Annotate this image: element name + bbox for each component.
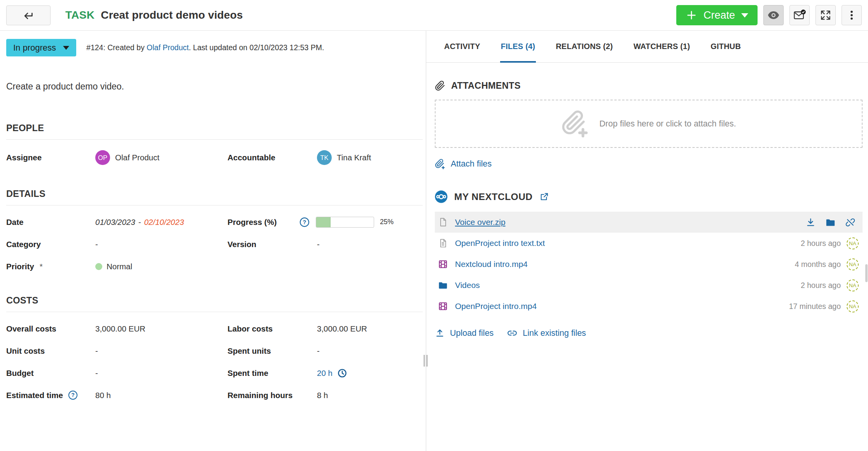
remaining-hours-value[interactable]: 8 h: [317, 391, 423, 400]
status-dropdown[interactable]: In progress: [6, 39, 76, 56]
assignee-label: Assignee: [6, 153, 95, 162]
version-value[interactable]: -: [317, 240, 423, 249]
author-link[interactable]: Olaf Product: [147, 43, 189, 52]
chevron-down-icon: [63, 46, 69, 50]
work-package-details-pane: In progress #124: Created by Olaf Produc…: [0, 31, 426, 451]
paperclip-icon: [435, 81, 445, 91]
files-tab-content: ATTACHMENTS Drop files here or click to …: [426, 81, 868, 339]
dropzone-text: Drop files here or click to attach files…: [599, 119, 736, 129]
remaining-hours-label: Remaining hours: [228, 391, 317, 400]
external-link-icon[interactable]: [539, 192, 549, 202]
assignee-name: Olaf Product: [115, 153, 159, 162]
progress-percent: 25%: [380, 218, 394, 226]
people-grid: Assignee OP Olaf Product Accountable TK …: [6, 145, 423, 170]
avatar[interactable]: OP: [95, 150, 110, 165]
priority-dot-icon: [95, 263, 102, 270]
file-list: Voice over.zip: [435, 212, 863, 317]
unlink-icon[interactable]: [845, 217, 856, 228]
clock-icon: [337, 368, 347, 378]
chevron-down-icon: [741, 13, 748, 18]
file-name-link[interactable]: Nextcloud intro.mp4: [455, 260, 528, 269]
storage-actions: Upload files Link existing files: [435, 328, 863, 339]
budget-value[interactable]: -: [95, 369, 228, 378]
upload-files-link[interactable]: Upload files: [435, 328, 494, 338]
priority-value[interactable]: Normal: [95, 262, 228, 271]
help-icon[interactable]: ?: [299, 217, 310, 228]
costs-row: Unit costs - Spent units -: [6, 340, 423, 362]
estimated-time-value[interactable]: 80 h: [95, 391, 228, 400]
date-value[interactable]: 01/03/2023 - 02/10/2023: [95, 218, 228, 227]
avatar[interactable]: TK: [317, 150, 332, 165]
link-existing-files-link[interactable]: Link existing files: [507, 328, 586, 339]
attach-files-link[interactable]: Attach files: [435, 159, 492, 169]
costs-row: Overall costs 3,000.00 EUR Labor costs 3…: [6, 318, 423, 340]
paperclip-plus-icon: [435, 159, 445, 169]
nextcloud-logo-icon: [435, 190, 448, 203]
file-name-link[interactable]: OpenProject intro text.txt: [455, 239, 545, 248]
tab-github[interactable]: GITHUB: [710, 31, 742, 62]
date-separator: -: [138, 218, 141, 227]
details-grid: Date 01/03/2023 - 02/10/2023 Progress (%…: [6, 211, 423, 277]
notification-settings-button[interactable]: [789, 5, 810, 25]
meta-suffix: . Last updated on 02/10/2023 12:53 PM.: [189, 43, 324, 52]
eye-icon: [767, 9, 780, 22]
file-name-link[interactable]: Videos: [455, 281, 480, 290]
more-menu-button[interactable]: [842, 5, 862, 25]
attachments-header: ATTACHMENTS: [435, 81, 863, 91]
scrollbar-thumb[interactable]: [865, 264, 868, 282]
progress-bar[interactable]: [316, 217, 374, 228]
svg-text:?: ?: [71, 392, 75, 398]
watch-button[interactable]: [763, 5, 784, 25]
meta-prefix: #124: Created by: [86, 43, 147, 52]
file-name-link[interactable]: Voice over.zip: [455, 218, 506, 227]
file-row-actions: [805, 217, 859, 228]
create-button[interactable]: Create: [676, 5, 758, 25]
accountable-value[interactable]: TK Tina Kraft: [317, 150, 423, 165]
tab-activity[interactable]: ACTIVITY: [443, 31, 481, 62]
download-icon[interactable]: [805, 217, 816, 228]
file-name-link[interactable]: OpenProject intro.mp4: [455, 302, 537, 311]
assignee-value[interactable]: OP Olaf Product: [95, 150, 228, 165]
link-icon: [507, 328, 518, 339]
details-row: Priority* Normal: [6, 255, 423, 277]
fullscreen-button[interactable]: [816, 5, 836, 25]
availability-badge: NA: [847, 237, 859, 249]
spent-units-value: -: [317, 346, 423, 356]
estimated-time-label: Estimated time ?: [6, 390, 95, 400]
status-row: In progress #124: Created by Olaf Produc…: [6, 39, 423, 56]
expand-icon: [819, 9, 832, 21]
attach-files-label: Attach files: [451, 159, 492, 169]
file-time: 17 minutes ago: [789, 302, 841, 311]
tab-watchers[interactable]: WATCHERS (1): [633, 31, 691, 62]
progress-bar-fill: [316, 217, 331, 227]
version-label: Version: [228, 240, 317, 249]
labor-costs-label: Labor costs: [228, 324, 317, 333]
file-time: 4 months ago: [795, 260, 841, 269]
tab-files[interactable]: FILES (4): [500, 31, 536, 62]
file-row: Videos 2 hours ago NA: [435, 275, 863, 296]
help-icon[interactable]: ?: [68, 390, 78, 400]
file-dropzone[interactable]: Drop files here or click to attach files…: [435, 100, 863, 148]
tab-relations[interactable]: RELATIONS (2): [555, 31, 614, 62]
accountable-label: Accountable: [228, 153, 317, 162]
priority-label: Priority*: [6, 262, 95, 271]
envelope-check-icon: [793, 9, 806, 22]
accountable-name: Tina Kraft: [337, 153, 371, 162]
status-label: In progress: [13, 43, 56, 53]
back-button[interactable]: [6, 5, 51, 25]
date-label: Date: [6, 218, 95, 227]
created-updated-meta: #124: Created by Olaf Product. Last upda…: [86, 43, 324, 52]
budget-label: Budget: [6, 369, 95, 378]
spent-time-link[interactable]: 20 h: [317, 368, 347, 378]
category-value[interactable]: -: [95, 240, 228, 249]
create-button-label: Create: [704, 9, 735, 21]
work-package-type: TASK: [65, 9, 94, 21]
progress-widget[interactable]: ? 25%: [299, 217, 394, 228]
costs-grid: Overall costs 3,000.00 EUR Labor costs 3…: [6, 318, 423, 406]
file-row-meta: 4 months ago NA: [795, 258, 859, 270]
costs-section-title: COSTS: [6, 295, 423, 312]
description-text[interactable]: Create a product demo video.: [6, 81, 423, 92]
costs-row: Budget - Spent time 20 h: [6, 362, 423, 384]
overall-costs-value: 3,000.00 EUR: [95, 324, 228, 333]
open-folder-icon[interactable]: [825, 217, 836, 228]
